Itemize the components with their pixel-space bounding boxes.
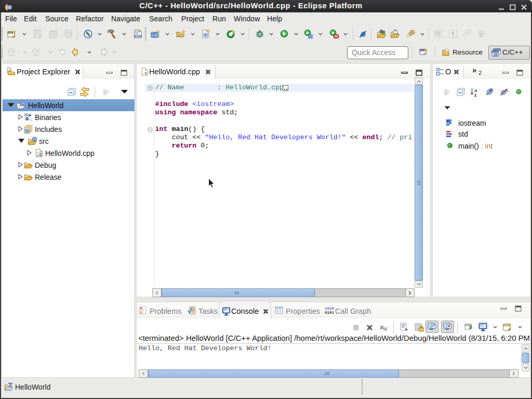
- svg-text:010: 010: [135, 34, 142, 38]
- svg-text:h: h: [26, 129, 28, 132]
- svg-text:z: z: [474, 92, 477, 97]
- svg-text:C: C: [153, 34, 155, 37]
- svg-text:C: C: [9, 383, 12, 388]
- svg-text:¶: ¶: [451, 31, 455, 37]
- svg-text:C: C: [21, 101, 24, 106]
- svg-text:C: C: [494, 53, 497, 57]
- svg-text:0101: 0101: [325, 311, 334, 315]
- svg-text:C: C: [179, 33, 181, 37]
- svg-text:.c: .c: [36, 152, 42, 157]
- svg-text:10: 10: [24, 113, 28, 117]
- svg-text:C: C: [204, 33, 207, 37]
- svg-text:.c: .c: [142, 71, 148, 75]
- svg-text:C: C: [33, 138, 36, 141]
- svg-text:01: 01: [30, 118, 33, 122]
- svg-text:1010: 1010: [325, 307, 334, 311]
